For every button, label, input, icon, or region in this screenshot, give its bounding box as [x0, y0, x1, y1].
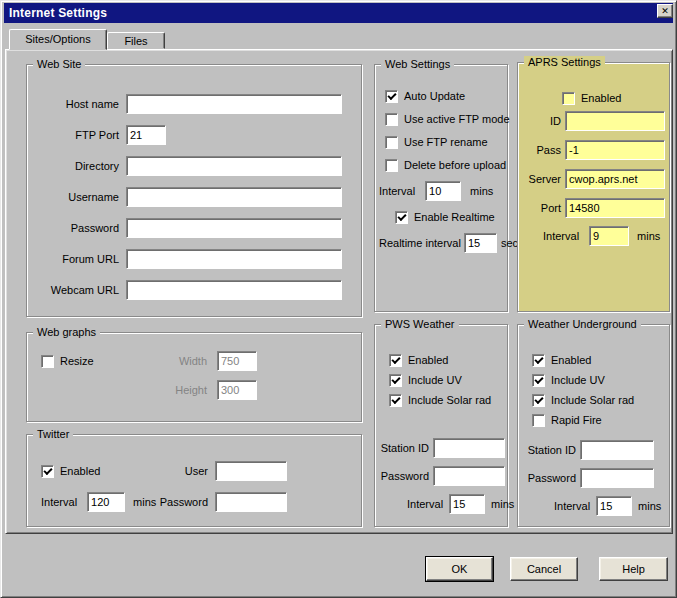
tab-sites-options[interactable]: Sites/Options	[9, 29, 107, 50]
twitter-password-input[interactable]	[215, 492, 287, 512]
wu-interval-input[interactable]	[596, 496, 632, 516]
pws-interval-input[interactable]	[449, 494, 485, 514]
resize-label: Resize	[60, 355, 94, 367]
close-button[interactable]: ✕	[657, 4, 673, 18]
pws-station-id-input[interactable]	[433, 438, 505, 458]
group-twitter-title: Twitter	[33, 428, 73, 440]
web-interval-input[interactable]	[425, 181, 461, 201]
wu-include-solar-checkbox[interactable]	[532, 394, 545, 407]
wu-password-input[interactable]	[580, 468, 654, 488]
twitter-interval-input[interactable]	[87, 492, 125, 512]
close-icon: ✕	[661, 6, 669, 16]
wu-enabled-checkbox[interactable]	[532, 354, 545, 367]
twitter-user-input[interactable]	[215, 461, 287, 481]
aprs-enabled-checkbox[interactable]	[562, 92, 575, 105]
aprs-interval-input[interactable]	[589, 226, 629, 246]
graph-width-label: Width	[131, 355, 207, 367]
pws-include-uv-checkbox[interactable]	[389, 374, 402, 387]
wu-include-solar-label: Include Solar rad	[551, 394, 634, 406]
pws-include-uv-label: Include UV	[408, 374, 462, 386]
wu-rapid-fire-label: Rapid Fire	[551, 414, 602, 426]
aprs-pass-label: Pass	[520, 144, 561, 156]
host-name-input[interactable]	[126, 94, 342, 114]
group-web-graphs: Web graphs Resize Width Height	[26, 332, 362, 422]
wu-include-uv-label: Include UV	[551, 374, 605, 386]
webcam-url-input[interactable]	[126, 280, 342, 300]
pws-interval-unit: mins	[491, 498, 514, 510]
pws-interval-label: Interval	[407, 498, 443, 510]
cancel-button[interactable]: Cancel	[510, 557, 578, 581]
graph-height-label: Height	[131, 384, 207, 396]
ftp-port-label: FTP Port	[33, 129, 119, 141]
enable-realtime-checkbox[interactable]	[395, 211, 408, 224]
realtime-interval-label: Realtime interval	[379, 237, 461, 249]
directory-input[interactable]	[126, 156, 342, 176]
wu-rapid-fire-checkbox[interactable]	[532, 414, 545, 427]
twitter-user-label: User	[127, 465, 208, 477]
aprs-id-label: ID	[520, 115, 561, 127]
password-input[interactable]	[126, 218, 342, 238]
password-label: Password	[33, 222, 119, 234]
ftp-rename-checkbox[interactable]	[385, 136, 398, 149]
group-weather-underground-title: Weather Underground	[524, 318, 641, 330]
realtime-interval-input[interactable]	[464, 233, 497, 253]
wu-station-id-input[interactable]	[580, 440, 654, 460]
enable-realtime-label: Enable Realtime	[414, 211, 495, 223]
graph-height-input[interactable]	[217, 380, 257, 400]
pws-password-input[interactable]	[433, 466, 505, 486]
pws-station-id-label: Station ID	[377, 442, 429, 454]
group-pws-weather: PWS Weather Enabled Include UV Include S…	[374, 324, 508, 527]
group-weather-underground: Weather Underground Enabled Include UV I…	[517, 324, 670, 527]
help-button[interactable]: Help	[599, 557, 668, 581]
auto-update-checkbox[interactable]	[385, 90, 398, 103]
internet-settings-dialog: Internet Settings ✕ Sites/Options Files …	[0, 0, 677, 598]
twitter-interval-label: Interval	[41, 496, 77, 508]
active-ftp-checkbox[interactable]	[385, 113, 398, 126]
twitter-password-label: Password	[127, 496, 208, 508]
auto-update-label: Auto Update	[404, 90, 465, 102]
aprs-interval-unit: mins	[637, 230, 660, 242]
wu-station-id-label: Station ID	[522, 444, 576, 456]
wu-interval-unit: mins	[638, 500, 661, 512]
aprs-interval-label: Interval	[543, 230, 579, 242]
aprs-port-label: Port	[520, 202, 561, 214]
pws-include-solar-checkbox[interactable]	[389, 394, 402, 407]
tab-files[interactable]: Files	[107, 32, 165, 49]
delete-before-upload-checkbox[interactable]	[385, 159, 398, 172]
graph-width-input[interactable]	[217, 351, 257, 371]
group-pws-weather-title: PWS Weather	[381, 318, 459, 330]
twitter-enabled-checkbox[interactable]	[41, 465, 54, 478]
active-ftp-label: Use active FTP mode	[404, 113, 510, 125]
web-interval-label: Interval	[379, 185, 415, 197]
wu-interval-label: Interval	[554, 500, 590, 512]
aprs-enabled-label: Enabled	[581, 92, 621, 104]
web-interval-unit: mins	[470, 185, 493, 197]
username-input[interactable]	[126, 187, 342, 207]
delete-before-upload-label: Delete before upload	[404, 159, 506, 171]
tab-page: Web Site Host name FTP Port Directory Us…	[5, 49, 673, 534]
aprs-id-input[interactable]	[565, 111, 665, 131]
ok-button[interactable]: OK	[426, 557, 493, 581]
aprs-port-input[interactable]	[565, 198, 665, 218]
aprs-server-input[interactable]	[565, 169, 665, 189]
username-label: Username	[33, 191, 119, 203]
pws-enabled-checkbox[interactable]	[389, 354, 402, 367]
pws-password-label: Password	[377, 470, 429, 482]
resize-checkbox[interactable]	[41, 355, 54, 368]
aprs-pass-input[interactable]	[565, 140, 665, 160]
group-aprs-settings-title: APRS Settings	[524, 56, 605, 68]
group-web-settings-title: Web Settings	[381, 58, 454, 70]
wu-include-uv-checkbox[interactable]	[532, 374, 545, 387]
pws-include-solar-label: Include Solar rad	[408, 394, 491, 406]
host-name-label: Host name	[33, 98, 119, 110]
group-web-site-title: Web Site	[33, 58, 85, 70]
forum-url-input[interactable]	[126, 249, 342, 269]
twitter-enabled-label: Enabled	[60, 465, 100, 477]
group-twitter: Twitter Enabled User Interval mins Passw…	[26, 434, 362, 527]
ftp-port-input[interactable]	[126, 125, 166, 145]
directory-label: Directory	[33, 160, 119, 172]
group-aprs-settings: APRS Settings Enabled ID Pass Server Por…	[517, 62, 670, 312]
group-web-site: Web Site Host name FTP Port Directory Us…	[26, 64, 362, 317]
forum-url-label: Forum URL	[33, 253, 119, 265]
pws-enabled-label: Enabled	[408, 354, 448, 366]
